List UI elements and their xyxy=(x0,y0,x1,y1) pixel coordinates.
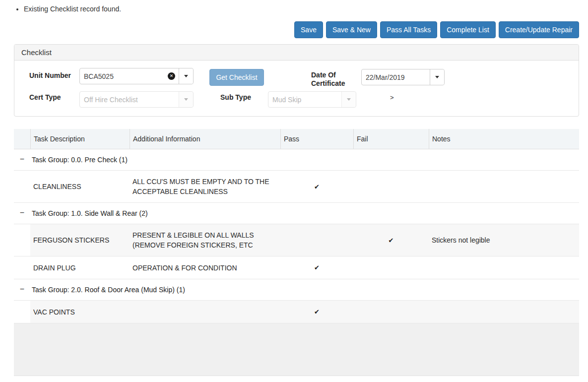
grid-header-row: Task DescriptionAdditional InformationPa… xyxy=(14,129,579,149)
pass-cell[interactable]: ✔ xyxy=(280,301,353,323)
grid-empty-area xyxy=(14,323,579,376)
group-expand-cell: − xyxy=(14,279,30,300)
column-header-pass[interactable]: Pass xyxy=(280,129,353,149)
notes-cell[interactable] xyxy=(429,306,579,318)
complete-list-button[interactable]: Complete List xyxy=(440,21,496,38)
sub-type-combobox xyxy=(268,91,356,108)
create-update-repair-button[interactable]: Create/Update Repair xyxy=(499,21,579,38)
notes-cell[interactable] xyxy=(429,262,579,274)
column-header-additional-information[interactable]: Additional Information xyxy=(130,129,280,149)
row-indent-cell xyxy=(14,171,30,202)
row-indent-cell xyxy=(14,224,30,256)
task-group-row: −Task Group: 2.0. Roof & Door Area (Mud … xyxy=(14,279,579,301)
collapse-group-icon[interactable]: − xyxy=(20,208,24,217)
task-description-cell: FERGUSON STICKERS xyxy=(30,229,130,251)
pass-check-icon[interactable]: ✔ xyxy=(314,308,320,316)
task-row: CLEANLINESSALL CCU'S MUST BE EMPTY AND T… xyxy=(14,171,579,203)
group-expand-cell: − xyxy=(14,149,30,170)
fail-cell[interactable]: ✔ xyxy=(353,229,429,252)
unit-number-dropdown-button[interactable] xyxy=(179,68,193,84)
pass-check-icon[interactable]: ✔ xyxy=(314,264,320,271)
save-button[interactable]: Save xyxy=(294,21,323,38)
save-and-new-button[interactable]: Save & New xyxy=(326,21,377,38)
row-indent-cell xyxy=(14,256,30,279)
sub-type-dropdown-button xyxy=(341,92,356,107)
task-row: VAC POINTS✔ xyxy=(14,301,579,323)
notice-text: Existing Checklist record found. xyxy=(24,4,121,14)
task-group-row: −Task Group: 1.0. Side Wall & Rear (2) xyxy=(14,203,579,224)
page: Existing Checklist record found. Save Sa… xyxy=(0,0,588,382)
chevron-down-icon xyxy=(184,75,188,77)
task-group-label: Task Group: 0.0. Pre Check (1) xyxy=(30,149,579,170)
pass-cell[interactable] xyxy=(280,234,353,246)
chevron-down-icon xyxy=(184,98,188,101)
additional-information-cell: PRESENT & LEGIBLE ON ALL WALLS (REMOVE F… xyxy=(130,224,280,256)
task-description-cell: VAC POINTS xyxy=(30,301,130,323)
sub-type-input xyxy=(268,92,341,107)
clear-icon[interactable]: ✕ xyxy=(168,72,175,80)
task-description-cell: CLEANLINESS xyxy=(30,176,130,197)
unit-number-combobox: ✕ xyxy=(79,68,194,84)
fail-cell[interactable] xyxy=(353,262,429,274)
column-header-notes[interactable]: Notes xyxy=(429,129,579,149)
checklist-panel: Checklist Unit Number ✕ Get Checklist Da… xyxy=(14,44,579,117)
pass-all-tasks-button[interactable]: Pass All Tasks xyxy=(380,21,437,38)
cert-type-label: Cert Type xyxy=(29,93,61,102)
collapse-group-icon[interactable]: − xyxy=(20,285,24,293)
cert-type-combobox xyxy=(79,91,194,108)
sub-type-label: Sub Type xyxy=(220,93,251,102)
collapse-group-icon[interactable]: − xyxy=(20,155,24,163)
date-of-certificate-input[interactable] xyxy=(362,69,430,85)
task-description-cell: DRAIN PLUG xyxy=(30,257,130,279)
toolbar: Save Save & New Pass All Tasks Complete … xyxy=(294,21,579,38)
fail-cell[interactable] xyxy=(353,181,429,192)
task-row: DRAIN PLUGOPERATION & FOR CONDITION✔ xyxy=(14,256,579,279)
group-expand-cell: − xyxy=(14,203,30,224)
additional-information-cell: ALL CCU'S MUST BE EMPTY AND TO THE ACCEP… xyxy=(130,171,280,202)
column-header-task-description[interactable]: Task Description xyxy=(30,129,130,149)
fail-check-icon[interactable]: ✔ xyxy=(389,237,394,244)
unit-number-label: Unit Number xyxy=(29,71,71,80)
column-header-expand xyxy=(14,129,30,149)
chevron-right-icon: > xyxy=(390,94,394,101)
unit-number-input[interactable] xyxy=(80,68,168,84)
date-of-certificate-picker xyxy=(361,69,445,85)
notice-list: Existing Checklist record found. xyxy=(6,4,121,14)
cert-type-dropdown-button xyxy=(179,92,193,107)
fail-cell[interactable] xyxy=(353,306,429,318)
row-indent-cell xyxy=(14,301,30,323)
column-header-fail[interactable]: Fail xyxy=(353,129,429,149)
additional-information-cell xyxy=(130,306,280,318)
panel-title: Checklist xyxy=(14,45,579,61)
chevron-down-icon xyxy=(347,98,351,101)
additional-information-cell: OPERATION & FOR CONDITION xyxy=(130,257,280,279)
pass-cell[interactable]: ✔ xyxy=(280,256,353,279)
date-of-certificate-label: Date Of Certificate xyxy=(311,71,349,88)
pass-cell[interactable]: ✔ xyxy=(280,176,353,198)
pass-check-icon[interactable]: ✔ xyxy=(314,183,320,191)
task-group-label: Task Group: 1.0. Side Wall & Rear (2) xyxy=(30,203,579,224)
notes-cell[interactable] xyxy=(429,181,579,192)
task-group-label: Task Group: 2.0. Roof & Door Area (Mud S… xyxy=(30,279,579,300)
chevron-down-icon xyxy=(435,76,439,78)
panel-body: Unit Number ✕ Get Checklist Date Of Cert… xyxy=(14,61,579,115)
grid-body: −Task Group: 0.0. Pre Check (1)CLEANLINE… xyxy=(14,149,579,323)
notes-cell[interactable]: Stickers not legible xyxy=(429,229,579,251)
get-checklist-button[interactable]: Get Checklist xyxy=(209,69,264,86)
task-row: FERGUSON STICKERSPRESENT & LEGIBLE ON AL… xyxy=(14,224,579,256)
cert-type-input xyxy=(80,92,179,107)
task-group-row: −Task Group: 0.0. Pre Check (1) xyxy=(14,149,579,171)
date-dropdown-button[interactable] xyxy=(430,69,444,85)
tasks-grid: Task DescriptionAdditional InformationPa… xyxy=(14,129,579,376)
